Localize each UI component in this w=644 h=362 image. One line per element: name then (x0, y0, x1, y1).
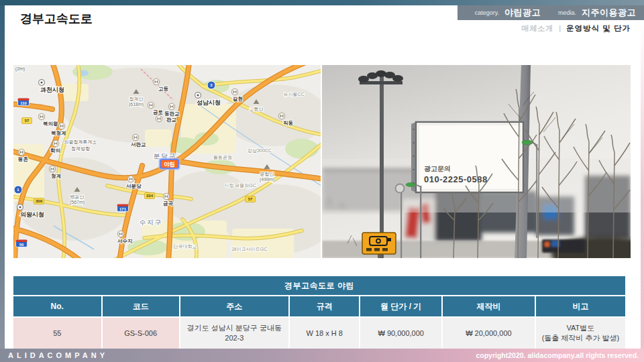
map-image: 북의왕북청계학의서판교판교금토고등동판교갈현직동청계서분당서수지평촌금곡과천시청… (13, 65, 321, 258)
mountain-label: 청계산 (129, 97, 144, 102)
left-accent-bar (0, 5, 5, 349)
district-label: 수지구 (140, 219, 163, 226)
place-label: 의왕청계휴게소 (64, 139, 97, 145)
billboard-photo: 광고문의 010-2225-0588 (322, 65, 631, 258)
billboard: 광고문의 010-2225-0588 (411, 122, 523, 192)
column-header: No. (13, 296, 101, 316)
interchange-label: 갈현 (233, 96, 243, 102)
column-header: 주소 (180, 296, 288, 316)
table-title: 경부고속도로 야립 (13, 276, 625, 295)
poi-label: 레이크사이드GC (232, 247, 268, 251)
table-cell: 경기도 성남시 분당구 궁내동 202-3 (180, 318, 288, 349)
footer: ALIDACOMPANY copyright2020. alidacompany… (0, 349, 644, 362)
media-value: 지주이용광고 (582, 7, 636, 19)
price-table: 경부고속도로 야립 No.코드주소규격월 단가 / 기제작비비고 55GS-S-… (13, 276, 625, 349)
cityhall-icon-dot (19, 206, 21, 208)
right-accent-bar (641, 19, 644, 349)
mountain-elevation: (567m) (70, 200, 85, 205)
category-label: category. (475, 9, 499, 16)
interchange-label: 동판교 (164, 111, 180, 117)
interchange-label: 북의왕 (43, 121, 58, 127)
billboard-contact-label: 광고문의 (424, 165, 451, 172)
interchange-label: 서수지 (117, 238, 133, 244)
column-header: 비고 (536, 296, 625, 316)
company-logo-text: ALIDACOMPANY (8, 351, 108, 359)
tab-operation-price[interactable]: 운영방식 및 단가 (566, 23, 631, 34)
route-shield-cap (117, 204, 129, 207)
section-nav: 매체소개 | 운영방식 및 단가 (521, 22, 631, 34)
nav-divider: | (559, 24, 561, 32)
table-cell: W 18 x H 8 (290, 318, 360, 349)
interchange-label: 학의 (50, 147, 60, 154)
cityhall-icon-dot (197, 94, 199, 96)
media-label: media. (558, 9, 576, 16)
page-title: 경부고속도로 (20, 11, 93, 27)
place-label: 청계방향 (71, 146, 90, 152)
interchange-label: 금토 (153, 109, 164, 115)
yarip-marker-label: 야립 (164, 161, 175, 168)
route-shield-cap (16, 240, 28, 243)
table-cell: ₩ 20,000,000 (443, 318, 535, 349)
interchange-label: 금곡 (163, 200, 174, 206)
interchange-label: 청계 (51, 173, 61, 179)
mountain-label: 백운산 (70, 194, 85, 199)
map-svg: 북의왕북청계학의서판교판교금토고등동판교갈현직동청계서분당서수지평촌금곡과천시청… (13, 65, 321, 258)
column-header: 월 단가 / 기 (360, 296, 441, 316)
interchange-label: 고등 (158, 86, 169, 92)
route-shield-number: 334 (146, 194, 154, 198)
interchange-label: 북청계 (51, 130, 66, 136)
mountain-label: 고등산 (250, 107, 264, 111)
tab-media-intro[interactable]: 매체소개 (521, 23, 553, 34)
place-label: (2m) (15, 66, 25, 72)
copyright-text: copyright2020. alidacompany.all rights r… (476, 351, 639, 359)
route-shield-number: 110 (20, 101, 27, 105)
poi-label: 단국대학교 (174, 244, 197, 249)
column-header: 코드 (103, 296, 179, 316)
poi-label: 율동공원 (213, 155, 232, 160)
table-cell: GS-S-006 (103, 318, 179, 349)
poi-label: 강남300CC (248, 148, 272, 153)
table-cell: VAT별도 (돌출 제작비 추가 발생) (536, 318, 625, 349)
interchange-label: 서분당 (126, 183, 142, 189)
interchange-label: 서판교 (131, 141, 146, 147)
cityhall-label: 성남시청 (197, 99, 221, 106)
mountain-elevation: (499m) (260, 177, 274, 182)
column-header: 제작비 (443, 296, 535, 316)
table-cell: ₩ 90,000,000 (360, 318, 441, 349)
cityhall-icon-dot (40, 81, 42, 83)
category-bar: category. 야립광고 media. 지주이용광고 (458, 5, 644, 20)
cityhall-label: 의왕시청 (20, 211, 44, 218)
mountain-label: 문형산 (260, 172, 274, 176)
route-shield-number: 57 (248, 197, 253, 201)
interchange-label: 직동 (283, 120, 294, 126)
table-row: 55GS-S-006경기도 성남시 분당구 궁내동 202-3W 18 x H … (13, 318, 625, 349)
route-shield-cap (18, 99, 30, 101)
photo-svg: 광고문의 010-2225-0588 (322, 65, 631, 258)
interchange-label: 평촌 (17, 156, 29, 162)
poi-label: 서창 퍼블릭GC (224, 183, 256, 188)
route-shield-number: 50 (19, 243, 24, 247)
mountain-elevation: (618m) (129, 102, 144, 107)
table-header-row: No.코드주소규격월 단가 / 기제작비비고 (13, 296, 625, 316)
route-shield-number: 171 (119, 207, 127, 211)
table-cell: 55 (13, 318, 101, 349)
interchange-label: 판교 (166, 117, 177, 123)
cityhall-label: 과천시청 (40, 86, 64, 93)
category-value: 야립광고 (504, 7, 541, 19)
poi-label: 뉴서울CC (283, 92, 304, 97)
route-shield-number: 57 (25, 119, 30, 123)
column-header: 규격 (290, 296, 360, 316)
truck (542, 239, 585, 253)
top-accent-bar (0, 0, 644, 5)
camera-sign (362, 233, 396, 258)
route-shield-number: 309 (36, 199, 43, 203)
slide: 경부고속도로 category. 야립광고 media. 지주이용광고 매체소개… (0, 0, 644, 362)
